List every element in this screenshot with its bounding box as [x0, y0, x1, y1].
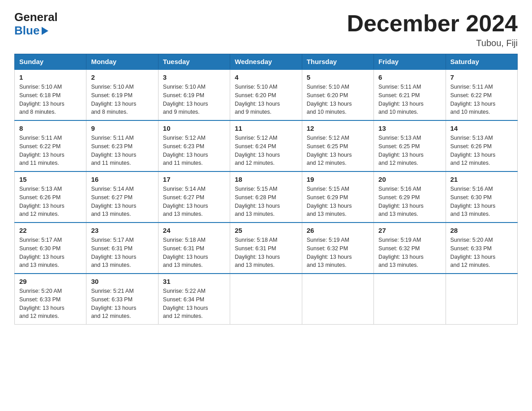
day-info: Sunrise: 5:19 AMSunset: 6:32 PMDaylight:… [307, 237, 352, 268]
day-info: Sunrise: 5:11 AMSunset: 6:22 PMDaylight:… [19, 135, 64, 166]
calendar-cell: 4 Sunrise: 5:10 AMSunset: 6:20 PMDayligh… [230, 69, 302, 120]
calendar-cell: 11 Sunrise: 5:12 AMSunset: 6:24 PMDaylig… [230, 120, 302, 171]
day-number: 17 [163, 176, 225, 183]
calendar-cell: 21 Sunrise: 5:16 AMSunset: 6:30 PMDaylig… [446, 171, 517, 223]
calendar-cell: 10 Sunrise: 5:12 AMSunset: 6:23 PMDaylig… [158, 120, 230, 171]
calendar-cell: 29 Sunrise: 5:20 AMSunset: 6:33 PMDaylig… [15, 274, 86, 325]
day-number: 5 [307, 73, 369, 81]
day-number: 3 [163, 73, 225, 81]
calendar-cell [230, 274, 302, 325]
logo-line2: Blue [14, 24, 58, 38]
day-number: 7 [450, 73, 513, 81]
calendar-week-4: 22 Sunrise: 5:17 AMSunset: 6:30 PMDaylig… [15, 223, 518, 274]
day-info: Sunrise: 5:21 AMSunset: 6:33 PMDaylight:… [91, 288, 136, 319]
calendar-cell: 27 Sunrise: 5:19 AMSunset: 6:32 PMDaylig… [374, 223, 446, 274]
title-section: December 2024 Tubou, Fiji [347, 11, 518, 48]
day-number: 19 [307, 176, 369, 183]
calendar-table: SundayMondayTuesdayWednesdayThursdayFrid… [14, 54, 518, 325]
day-number: 12 [307, 124, 369, 132]
day-number: 21 [450, 176, 513, 183]
calendar-subtitle: Tubou, Fiji [347, 38, 518, 48]
calendar-cell: 7 Sunrise: 5:11 AMSunset: 6:22 PMDayligh… [446, 69, 517, 120]
day-info: Sunrise: 5:10 AMSunset: 6:18 PMDaylight:… [19, 84, 64, 115]
calendar-cell: 25 Sunrise: 5:18 AMSunset: 6:31 PMDaylig… [230, 223, 302, 274]
day-number: 15 [19, 176, 82, 183]
day-info: Sunrise: 5:20 AMSunset: 6:33 PMDaylight:… [19, 288, 64, 319]
day-number: 26 [307, 227, 369, 234]
day-number: 4 [235, 73, 297, 81]
day-info: Sunrise: 5:12 AMSunset: 6:25 PMDaylight:… [307, 135, 352, 166]
day-info: Sunrise: 5:11 AMSunset: 6:22 PMDaylight:… [450, 84, 496, 115]
day-info: Sunrise: 5:10 AMSunset: 6:20 PMDaylight:… [307, 84, 352, 115]
day-number: 10 [163, 124, 225, 132]
day-info: Sunrise: 5:14 AMSunset: 6:27 PMDaylight:… [163, 186, 208, 217]
calendar-header-wednesday: Wednesday [230, 54, 302, 70]
day-info: Sunrise: 5:16 AMSunset: 6:30 PMDaylight:… [450, 186, 496, 217]
day-number: 28 [450, 227, 513, 234]
day-info: Sunrise: 5:15 AMSunset: 6:28 PMDaylight:… [235, 186, 280, 217]
calendar-cell: 26 Sunrise: 5:19 AMSunset: 6:32 PMDaylig… [302, 223, 373, 274]
day-number: 23 [91, 227, 153, 234]
calendar-cell: 5 Sunrise: 5:10 AMSunset: 6:20 PMDayligh… [302, 69, 373, 120]
calendar-week-3: 15 Sunrise: 5:13 AMSunset: 6:26 PMDaylig… [15, 171, 518, 223]
calendar-cell: 30 Sunrise: 5:21 AMSunset: 6:33 PMDaylig… [86, 274, 158, 325]
calendar-cell: 24 Sunrise: 5:18 AMSunset: 6:31 PMDaylig… [158, 223, 230, 274]
calendar-cell [302, 274, 373, 325]
day-info: Sunrise: 5:18 AMSunset: 6:31 PMDaylight:… [235, 237, 280, 268]
day-number: 14 [450, 124, 513, 132]
day-info: Sunrise: 5:10 AMSunset: 6:20 PMDaylight:… [235, 84, 280, 115]
day-info: Sunrise: 5:11 AMSunset: 6:21 PMDaylight:… [378, 84, 424, 115]
day-number: 22 [19, 227, 82, 234]
day-number: 2 [91, 73, 153, 81]
calendar-cell: 13 Sunrise: 5:13 AMSunset: 6:25 PMDaylig… [374, 120, 446, 171]
day-number: 20 [378, 176, 441, 183]
day-info: Sunrise: 5:13 AMSunset: 6:26 PMDaylight:… [19, 186, 64, 217]
calendar-header-monday: Monday [86, 54, 158, 70]
day-info: Sunrise: 5:22 AMSunset: 6:34 PMDaylight:… [163, 288, 208, 319]
calendar-header-tuesday: Tuesday [158, 54, 230, 70]
calendar-cell [374, 274, 446, 325]
calendar-cell: 31 Sunrise: 5:22 AMSunset: 6:34 PMDaylig… [158, 274, 230, 325]
calendar-cell: 12 Sunrise: 5:12 AMSunset: 6:25 PMDaylig… [302, 120, 373, 171]
logo: General Blue [14, 11, 58, 38]
calendar-cell: 8 Sunrise: 5:11 AMSunset: 6:22 PMDayligh… [15, 120, 86, 171]
calendar-week-5: 29 Sunrise: 5:20 AMSunset: 6:33 PMDaylig… [15, 274, 518, 325]
day-info: Sunrise: 5:19 AMSunset: 6:32 PMDaylight:… [378, 237, 424, 268]
day-number: 13 [378, 124, 441, 132]
calendar-cell: 22 Sunrise: 5:17 AMSunset: 6:30 PMDaylig… [15, 223, 86, 274]
calendar-cell: 6 Sunrise: 5:11 AMSunset: 6:21 PMDayligh… [374, 69, 446, 120]
day-number: 16 [91, 176, 153, 183]
day-info: Sunrise: 5:10 AMSunset: 6:19 PMDaylight:… [91, 84, 136, 115]
calendar-cell: 17 Sunrise: 5:14 AMSunset: 6:27 PMDaylig… [158, 171, 230, 223]
day-number: 18 [235, 176, 297, 183]
day-number: 27 [378, 227, 441, 234]
day-info: Sunrise: 5:12 AMSunset: 6:23 PMDaylight:… [163, 135, 208, 166]
calendar-cell: 16 Sunrise: 5:14 AMSunset: 6:27 PMDaylig… [86, 171, 158, 223]
calendar-header-sunday: Sunday [15, 54, 86, 70]
calendar-cell: 18 Sunrise: 5:15 AMSunset: 6:28 PMDaylig… [230, 171, 302, 223]
page-header: General Blue December 2024 Tubou, Fiji [14, 11, 518, 48]
calendar-cell: 3 Sunrise: 5:10 AMSunset: 6:19 PMDayligh… [158, 69, 230, 120]
calendar-cell: 19 Sunrise: 5:15 AMSunset: 6:29 PMDaylig… [302, 171, 373, 223]
calendar-cell: 28 Sunrise: 5:20 AMSunset: 6:33 PMDaylig… [446, 223, 517, 274]
logo-arrow-icon [42, 27, 48, 35]
calendar-week-1: 1 Sunrise: 5:10 AMSunset: 6:18 PMDayligh… [15, 69, 518, 120]
day-number: 30 [91, 278, 153, 285]
calendar-cell: 15 Sunrise: 5:13 AMSunset: 6:26 PMDaylig… [15, 171, 86, 223]
day-number: 9 [91, 124, 153, 132]
calendar-cell: 2 Sunrise: 5:10 AMSunset: 6:19 PMDayligh… [86, 69, 158, 120]
calendar-week-2: 8 Sunrise: 5:11 AMSunset: 6:22 PMDayligh… [15, 120, 518, 171]
day-info: Sunrise: 5:18 AMSunset: 6:31 PMDaylight:… [163, 237, 208, 268]
calendar-header-row: SundayMondayTuesdayWednesdayThursdayFrid… [15, 54, 518, 70]
day-info: Sunrise: 5:12 AMSunset: 6:24 PMDaylight:… [235, 135, 280, 166]
day-info: Sunrise: 5:14 AMSunset: 6:27 PMDaylight:… [91, 186, 136, 217]
day-info: Sunrise: 5:16 AMSunset: 6:29 PMDaylight:… [378, 186, 424, 217]
calendar-cell: 20 Sunrise: 5:16 AMSunset: 6:29 PMDaylig… [374, 171, 446, 223]
day-info: Sunrise: 5:20 AMSunset: 6:33 PMDaylight:… [450, 237, 496, 268]
day-number: 8 [19, 124, 82, 132]
day-info: Sunrise: 5:17 AMSunset: 6:30 PMDaylight:… [19, 237, 64, 268]
calendar-header-thursday: Thursday [302, 54, 373, 70]
day-number: 31 [163, 278, 225, 285]
day-info: Sunrise: 5:13 AMSunset: 6:26 PMDaylight:… [450, 135, 496, 166]
calendar-cell [446, 274, 517, 325]
